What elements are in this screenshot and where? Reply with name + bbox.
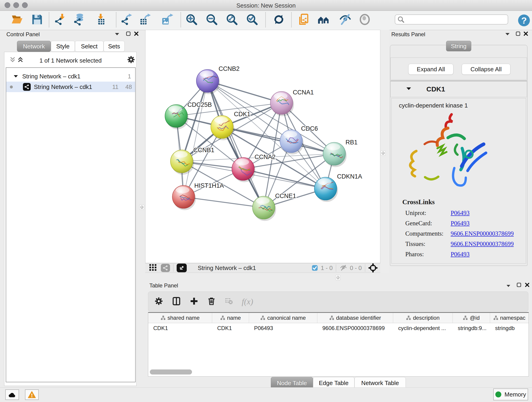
network-node-CCNB2[interactable]: [196, 70, 220, 94]
import-network-from-database-button[interactable]: [73, 13, 86, 26]
cell-name[interactable]: CDK1: [212, 325, 249, 332]
control-panel-header: Control Panel: [3, 30, 137, 38]
export-image-button[interactable]: [161, 13, 174, 26]
cell-description[interactable]: cyclin-dependent ...: [393, 325, 453, 332]
network-status-dot: [10, 85, 13, 89]
network-node-RB1[interactable]: [323, 142, 347, 167]
network-row-selected[interactable]: String Network – cdk1 11 48: [6, 82, 135, 92]
float-panel-button[interactable]: [505, 283, 512, 289]
help-button[interactable]: ?: [518, 14, 530, 28]
export-network-button[interactable]: [120, 13, 133, 26]
show-all-networks-button[interactable]: [317, 13, 330, 26]
tab-sets[interactable]: Sets: [104, 41, 125, 52]
save-session-button[interactable]: [31, 13, 44, 26]
function-builder-button[interactable]: f(x): [242, 297, 253, 306]
column-header-database-identifier[interactable]: database identifier: [317, 313, 393, 323]
crosslink-uniprot[interactable]: P06493: [451, 210, 470, 217]
column-header-id[interactable]: @id: [453, 313, 490, 323]
maximize-panel-button[interactable]: [515, 282, 522, 288]
crosslink-tissues[interactable]: 9606.ENSP00000378699: [451, 240, 514, 248]
crosslink-genecard[interactable]: P06493: [451, 220, 470, 227]
network-node-CDK1[interactable]: [211, 115, 234, 140]
column-header-name[interactable]: name: [212, 313, 249, 323]
cell-canonical-name[interactable]: P06493: [249, 325, 317, 332]
network-graph[interactable]: CCNB2CCNA1CDC25BCDK1CDC6RB1CCNB1CCNA2CDK…: [146, 30, 380, 263]
export-image-icon: [162, 13, 174, 26]
import-table-button[interactable]: [94, 13, 107, 26]
network-canvas[interactable]: CCNB2CCNA1CDC25BCDK1CDC6RB1CCNB1CCNA2CDK…: [145, 30, 380, 263]
bottom-splitter-grip[interactable]: [336, 275, 341, 280]
warnings-button[interactable]: [25, 389, 39, 400]
network-node-HIST1H1A[interactable]: [172, 185, 196, 210]
share-icon: [24, 84, 29, 89]
crosshair-icon[interactable]: [368, 263, 378, 273]
search-input[interactable]: [404, 16, 501, 23]
column-header-canonical-name[interactable]: canonical name: [249, 313, 317, 323]
hide-selected-button[interactable]: [339, 13, 352, 26]
tab-style[interactable]: Style: [51, 41, 75, 52]
apply-layout-button[interactable]: [272, 13, 285, 26]
birdseye-view-button[interactable]: [149, 264, 157, 272]
table-options-button[interactable]: [155, 297, 163, 306]
import-network-button[interactable]: [54, 13, 67, 26]
close-panel-button[interactable]: [524, 282, 531, 288]
network-node-CCNE1[interactable]: [253, 196, 276, 221]
create-column-button[interactable]: [190, 297, 198, 306]
cloud-status-button[interactable]: [5, 389, 19, 400]
tab-select[interactable]: Select: [75, 41, 104, 52]
houses-icon: [317, 13, 330, 26]
network-collection-row[interactable]: String Network – cdk1 1: [6, 71, 135, 82]
selected-nodes-count: 1 - 0: [321, 264, 333, 272]
collapse-all-button[interactable]: Collapse All: [462, 64, 510, 75]
show-columns-button[interactable]: [172, 297, 181, 307]
network-node-CCNA2[interactable]: [232, 157, 255, 182]
left-splitter-grip[interactable]: [139, 205, 144, 210]
network-node-CDC6[interactable]: [280, 130, 304, 154]
expand-all-button[interactable]: Expand All: [408, 64, 453, 75]
close-panel-button[interactable]: [133, 31, 140, 37]
network-edge[interactable]: [184, 81, 208, 197]
show-hidden-button[interactable]: [358, 13, 371, 26]
cell-id[interactable]: stringdb:9...: [453, 325, 490, 332]
column-header-namespace[interactable]: namespac: [490, 313, 529, 323]
horizontal-scrollbar-thumb[interactable]: [150, 370, 192, 375]
network-node-CCNA1[interactable]: [270, 91, 294, 116]
right-splitter-grip[interactable]: [380, 151, 386, 156]
result-entry-header[interactable]: CDK1: [390, 81, 527, 97]
selected-nodes-checkbox-icon[interactable]: [312, 265, 318, 271]
float-panel-button[interactable]: [504, 31, 511, 37]
toolbar-divider: [173, 264, 173, 272]
column-header-shared-name[interactable]: shared name: [148, 313, 212, 323]
cell-database-identifier[interactable]: 9606.ENSP00000378699: [317, 325, 393, 332]
float-panel-button[interactable]: [114, 31, 120, 37]
open-session-button[interactable]: [11, 13, 23, 26]
current-network-name: String Network – cdk1: [198, 264, 256, 272]
clone-network-button[interactable]: [298, 13, 311, 26]
tree-expand-icon[interactable]: [13, 75, 18, 78]
zoom-selected-button[interactable]: [246, 13, 259, 26]
maximize-panel-button[interactable]: [125, 31, 132, 37]
zoom-in-button[interactable]: [185, 13, 198, 26]
tab-network[interactable]: Network: [17, 41, 51, 52]
open-in-window-button[interactable]: [177, 264, 187, 272]
zoom-out-button[interactable]: [205, 13, 218, 26]
maximize-panel-button[interactable]: [515, 31, 521, 37]
zoom-fit-button[interactable]: [225, 13, 238, 26]
collapse-entry-icon[interactable]: [406, 87, 411, 90]
search-box[interactable]: [395, 14, 508, 25]
network-node-CDKN1A[interactable]: [314, 177, 338, 202]
tab-string[interactable]: String: [446, 41, 471, 51]
delete-table-button[interactable]: [224, 298, 233, 306]
memory-button[interactable]: Memory: [493, 389, 528, 400]
crosslink-compartments[interactable]: 9606.ENSP00000378699: [451, 230, 514, 237]
network-options-button[interactable]: [127, 56, 135, 64]
crosslink-pharos[interactable]: P06493: [451, 251, 470, 258]
table-row[interactable]: CDK1 CDK1 P06493 9606.ENSP00000378699 cy…: [148, 323, 529, 333]
network-node-CDC25B[interactable]: [165, 104, 189, 129]
cell-namespace[interactable]: stringdb: [490, 325, 529, 332]
export-table-button[interactable]: [139, 13, 152, 26]
delete-column-button[interactable]: [207, 297, 215, 307]
column-header-description[interactable]: description: [393, 313, 453, 323]
cell-shared-name[interactable]: CDK1: [148, 325, 212, 332]
close-panel-button[interactable]: [522, 31, 529, 37]
